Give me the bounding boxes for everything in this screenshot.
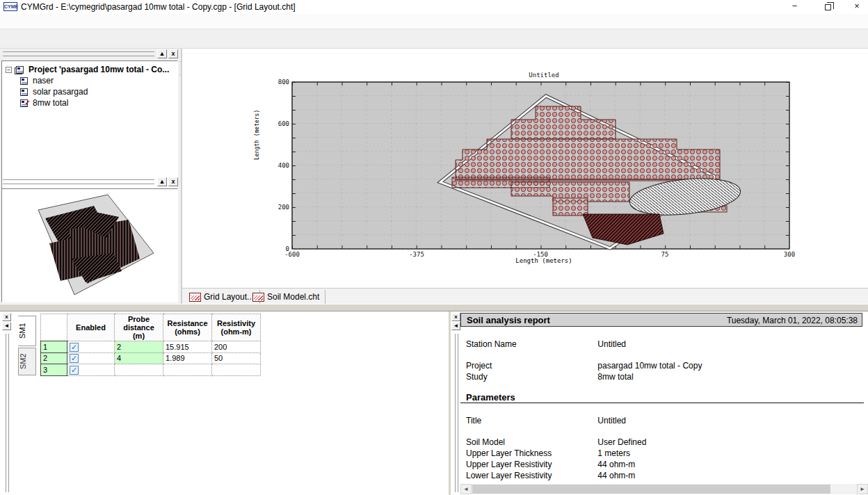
window-minimize-button[interactable]: − <box>779 0 810 14</box>
param-value: 44 ohm-m <box>597 471 635 480</box>
panel-collapse-left-button[interactable]: ◄ <box>451 322 460 330</box>
chart-file-icon <box>252 293 264 302</box>
param-label: Lower Layer Resistivity <box>466 471 595 480</box>
param-label: Title <box>466 416 595 425</box>
preview-panel-close-button[interactable]: x <box>168 177 178 186</box>
tree-item-label: 8mw total <box>33 97 68 108</box>
x-tick-300: 300 <box>774 251 805 258</box>
resistivity-cell[interactable]: 50 <box>212 352 261 364</box>
study-icon <box>19 88 29 97</box>
y-tick-600: 600 <box>268 120 289 127</box>
resistance-cell[interactable]: 1.989 <box>163 352 212 364</box>
left-dock-column: ▲ x − Project 'pasargad 10mw total - Co.… <box>0 49 179 304</box>
tree-root-item[interactable]: − Project 'pasargad 10mw total - Co... <box>2 64 177 75</box>
tree-item-naser[interactable]: naser <box>2 75 177 86</box>
report-date: Tuesday, March 01, 2022, 08:05:38 <box>727 316 858 325</box>
measurements-table: Enabled Probe distance (m) Resistance (o… <box>40 314 261 376</box>
grid-3d-preview <box>1 188 178 302</box>
report-param-title: Title Untitled <box>466 416 626 425</box>
resistance-cell[interactable] <box>163 364 212 376</box>
resistance-cell[interactable]: 15.915 <box>163 341 212 353</box>
preview-panel-collapse-button[interactable]: ▲ <box>157 177 167 186</box>
row-number[interactable]: 2 <box>41 352 67 364</box>
preview-panel-drag-handle[interactable] <box>3 179 154 184</box>
y-tick-400: 400 <box>268 162 289 169</box>
panel-close-button[interactable]: x <box>451 313 460 321</box>
col-probe-distance: Probe distance (m) <box>115 314 163 341</box>
tree-item-solar-pasargad[interactable]: solar pasargad <box>2 86 177 97</box>
report-param-soil-model: Soil Model User Defined <box>466 437 646 447</box>
section-divider <box>460 403 864 403</box>
tree-collapse-icon[interactable]: − <box>6 67 12 73</box>
row-number[interactable]: 1 <box>41 341 67 353</box>
enabled-cell[interactable]: ✓ <box>67 352 115 364</box>
panel-drag-handle[interactable] <box>455 334 458 492</box>
tree-item-8mw-total[interactable]: ✓ 8mw total <box>2 97 177 108</box>
study-icon <box>19 76 29 86</box>
report-header-bar: Soil analysis report Tuesday, March 01, … <box>460 313 862 327</box>
window-restore-button[interactable] <box>812 0 844 14</box>
col-resistance: Resistance (ohms) <box>163 314 212 341</box>
x-tick-75: 75 <box>650 251 680 258</box>
param-value: 44 ohm-m <box>597 460 635 469</box>
report-field-study: Study 8mw total <box>466 372 634 382</box>
doc-tab-label: Grid Layout... <box>204 291 254 303</box>
field-value: pasargad 10mw total - Copy <box>597 361 702 371</box>
report-horizontal-scrollbar[interactable]: ◄ ► <box>460 484 868 494</box>
scrollbar-thumb[interactable] <box>472 485 830 494</box>
window-close-button[interactable]: × <box>846 0 868 14</box>
panel-close-button[interactable]: x <box>2 313 11 321</box>
checkbox-checked[interactable]: ✓ <box>70 343 79 352</box>
doc-tab-soil-model[interactable]: Soil Model.cht <box>250 290 326 304</box>
checkbox-checked[interactable]: ✓ <box>70 366 79 375</box>
tab-sm2[interactable]: SM2 <box>18 348 36 375</box>
chart-title: Untitled <box>509 72 579 79</box>
grid-3d-preview-image <box>2 189 177 302</box>
probe-cell[interactable] <box>115 364 163 376</box>
field-label: Study <box>466 372 595 382</box>
menu-bar: File Edit View Soil Grid Window Help − <box>0 14 868 29</box>
project-icon <box>15 65 25 74</box>
param-value: Untitled <box>597 416 626 425</box>
row-number[interactable]: 3 <box>41 364 67 376</box>
tab-sm1[interactable]: SM1 <box>18 316 36 346</box>
chart-file-icon <box>189 293 201 302</box>
resistivity-cell[interactable]: 200 <box>212 341 261 353</box>
horizontal-splitter[interactable] <box>0 304 868 311</box>
enabled-cell[interactable]: ✓ <box>67 364 115 376</box>
tree-panel-close-button[interactable]: x <box>168 49 178 58</box>
y-tick-200: 200 <box>268 204 289 211</box>
enabled-cell[interactable]: ✓ <box>67 341 115 353</box>
toolbar: SM1 ▾ Soil Analysis ▾ <box>0 29 868 49</box>
doc-tab-label: Soil Model.cht <box>267 291 319 303</box>
tree-panel-drag-handle[interactable] <box>3 51 154 56</box>
soil-analysis-report-panel: x ◄ Soil analysis report Tuesday, March … <box>451 311 868 495</box>
probe-cell[interactable]: 4 <box>115 352 163 364</box>
scroll-right-arrow[interactable]: ► <box>857 484 868 494</box>
panel-collapse-left-button[interactable]: ◄ <box>2 322 11 330</box>
project-tree: − Project 'pasargad 10mw total - Co... n… <box>1 60 178 195</box>
field-value: Untitled <box>597 339 626 349</box>
tree-panel-collapse-button[interactable]: ▲ <box>157 49 167 58</box>
checkbox-checked[interactable]: ✓ <box>70 354 79 363</box>
table-row: 3 ✓ <box>41 364 261 376</box>
y-tick-800: 800 <box>268 79 289 86</box>
soil-measurements-panel: x ◄ SM1 SM2 Enabled Probe distance (m) R… <box>0 311 449 495</box>
resistivity-cell[interactable] <box>212 364 261 376</box>
x-axis-label: Length (meters) <box>499 257 589 264</box>
x-tick--600: -600 <box>277 251 307 258</box>
corner-cell <box>41 314 67 341</box>
scroll-left-arrow[interactable]: ◄ <box>460 484 472 494</box>
report-param-lower-resistivity: Lower Layer Resistivity 44 ohm-m <box>466 471 635 480</box>
field-label: Project <box>466 361 595 371</box>
panel-drag-handle[interactable] <box>6 334 9 492</box>
table-row: 1 ✓ 2 15.915 200 <box>41 341 261 353</box>
grid-layout-chart-window: Untitled 800 600 400 200 0 -600 -375 -15… <box>181 49 868 304</box>
report-param-upper-resistivity: Upper Layer Resistivity 44 ohm-m <box>466 460 635 469</box>
tree-root-label: Project 'pasargad 10mw total - Co... <box>29 64 169 75</box>
probe-cell[interactable]: 2 <box>115 341 163 353</box>
param-label: Upper Layer Thickness <box>466 448 595 458</box>
tree-item-label: solar pasargad <box>33 86 88 97</box>
table-header-row: Enabled Probe distance (m) Resistance (o… <box>41 314 261 341</box>
cyme-app-icon: CYME <box>3 2 17 11</box>
